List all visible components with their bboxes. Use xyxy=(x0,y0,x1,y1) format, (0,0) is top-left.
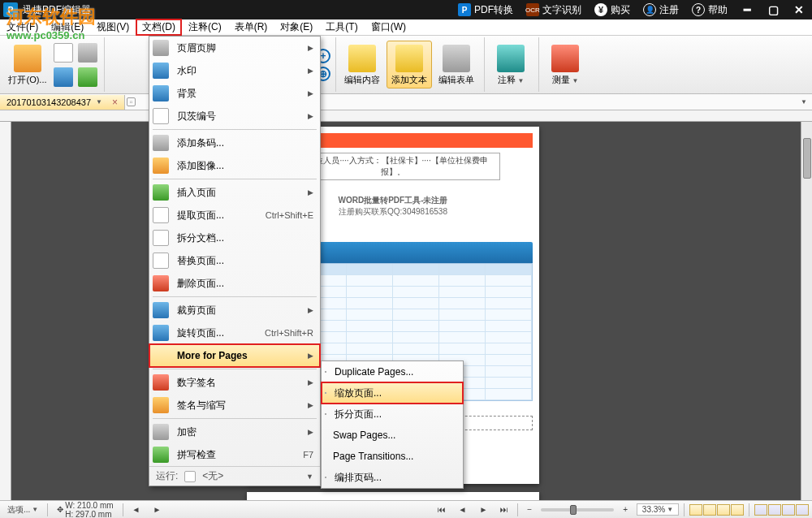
chevron-down-icon[interactable]: ▼ xyxy=(96,98,107,106)
add-text-button[interactable]: 添加文本 xyxy=(387,41,432,88)
menu-add-image[interactable]: 添加图像... xyxy=(149,154,320,177)
initials-icon xyxy=(153,397,169,413)
menu-delete-page[interactable]: 删除页面... xyxy=(149,272,320,295)
page-preview-2 xyxy=(247,492,539,500)
chevron-right-icon: ▶ xyxy=(308,428,313,436)
watermark-icon xyxy=(153,63,169,79)
next-page-button[interactable]: ► xyxy=(149,503,165,516)
view-facing-continuous-icon[interactable] xyxy=(731,504,744,516)
options-button[interactable]: 选项... ▼ xyxy=(3,503,42,517)
run-icon xyxy=(184,471,196,482)
menu-view[interactable]: 视图(V) xyxy=(90,19,136,36)
menu-insert-page[interactable]: 插入页面▶ xyxy=(149,181,320,204)
edit-content-button[interactable]: 编辑内容 xyxy=(339,41,385,88)
next-page-button-2[interactable]: ► xyxy=(475,503,491,516)
submenu-duplicate[interactable]: Duplicate Pages... xyxy=(322,361,463,382)
menu-run-row[interactable]: 运行: <无> ▼ xyxy=(149,466,320,486)
pdf-badge-icon: P xyxy=(458,3,471,16)
menu-encrypt[interactable]: 加密▶ xyxy=(149,421,320,443)
first-page-button[interactable]: ⏮ xyxy=(434,503,450,516)
chevron-right-icon: ▶ xyxy=(308,188,313,196)
minimize-button[interactable]: ━ xyxy=(734,0,760,19)
submenu-resize[interactable]: 缩放页面... xyxy=(322,382,463,404)
menu-split-doc[interactable]: 拆分文档... xyxy=(149,227,320,249)
prev-page-button[interactable]: ◄ xyxy=(128,503,145,516)
menu-object[interactable]: 对象(E) xyxy=(274,19,319,36)
menu-window[interactable]: 窗口(W) xyxy=(365,19,412,36)
rotate-icon xyxy=(153,325,169,341)
scrollbar-thumb[interactable] xyxy=(803,138,811,179)
chevron-right-icon: ▶ xyxy=(308,352,313,360)
menu-header-footer[interactable]: 页眉页脚▶ xyxy=(149,37,320,59)
folder-icon xyxy=(14,45,41,72)
print-button[interactable] xyxy=(76,41,99,64)
submenu-split[interactable]: 拆分页面... xyxy=(322,404,463,425)
maximize-button[interactable]: ▢ xyxy=(760,0,786,19)
zoom-value[interactable]: 33.3% ▼ xyxy=(637,503,679,516)
close-button[interactable]: ✕ xyxy=(786,0,812,19)
new-tab-button[interactable]: ▫ xyxy=(127,97,136,106)
layout-3-icon[interactable] xyxy=(782,504,795,516)
layout-2-icon[interactable] xyxy=(768,504,781,516)
menu-watermark[interactable]: 水印▶ xyxy=(149,59,320,82)
measure-button[interactable]: 测量 ▼ xyxy=(542,41,588,88)
email-button[interactable] xyxy=(76,66,99,88)
view-continuous-icon[interactable] xyxy=(703,504,716,516)
menu-crop-page[interactable]: 裁剪页面▶ xyxy=(149,299,320,322)
background-icon xyxy=(153,85,169,101)
menu-add-barcode[interactable]: 添加条码... xyxy=(149,132,320,154)
document-menu-dropdown: 页眉页脚▶ 水印▶ 背景▶ 贝茨编号▶ 添加条码... 添加图像... 插入页面… xyxy=(149,36,321,486)
menu-extract-page[interactable]: 提取页面...Ctrl+Shift+E xyxy=(149,204,320,227)
view-facing-icon[interactable] xyxy=(717,504,730,516)
tabs-menu-button[interactable]: ▼ xyxy=(801,98,812,106)
submenu-transitions[interactable]: Page Transitions... xyxy=(322,446,463,467)
menu-tool[interactable]: 工具(T) xyxy=(319,19,364,36)
layout-4-icon[interactable] xyxy=(796,504,809,516)
prev-page-button-2[interactable]: ◄ xyxy=(455,503,471,516)
buy-button[interactable]: ¥购买 xyxy=(588,0,637,19)
pdf-convert-label: PDF转换 xyxy=(474,3,513,17)
zoom-in-status[interactable]: + xyxy=(619,503,632,516)
new-doc-button[interactable] xyxy=(52,41,75,64)
layout-mode-buttons xyxy=(754,504,809,516)
menu-document[interactable]: 文档(D) xyxy=(136,19,182,36)
menu-form[interactable]: 表单(R) xyxy=(228,19,274,36)
menu-replace-page[interactable]: 替换页面... xyxy=(149,249,320,272)
pdf-convert-button[interactable]: PPDF转换 xyxy=(451,0,520,19)
menu-file[interactable]: 文件(F) xyxy=(0,19,45,36)
tab-document-1[interactable]: 20170103143208437 ▼ × xyxy=(0,95,125,110)
register-button[interactable]: 👤注册 xyxy=(637,0,685,19)
ocr-button[interactable]: OCR文字识别 xyxy=(520,0,588,19)
last-page-button[interactable]: ⏭ xyxy=(496,503,512,516)
menu-rotate-page[interactable]: 旋转页面...Ctrl+Shift+R xyxy=(149,322,320,344)
zoom-slider[interactable] xyxy=(541,508,614,512)
layout-1-icon[interactable] xyxy=(754,504,767,516)
split-doc-icon xyxy=(153,230,169,246)
save-button[interactable] xyxy=(52,66,75,88)
menu-comment[interactable]: 注释(C) xyxy=(182,19,228,36)
help-button[interactable]: ?帮助 xyxy=(685,0,734,19)
submenu-swap[interactable]: Swap Pages... xyxy=(322,425,463,446)
menu-spell-check[interactable]: 拼写检查F7 xyxy=(149,443,320,466)
menu-bates[interactable]: 贝茨编号▶ xyxy=(149,105,320,127)
ruler-vertical xyxy=(0,122,11,500)
zoom-slider-knob[interactable] xyxy=(570,505,577,515)
edit-form-button[interactable]: 编辑表单 xyxy=(434,41,479,88)
menu-more-for-pages[interactable]: More for Pages▶ xyxy=(149,344,320,367)
spellcheck-icon xyxy=(153,447,169,463)
menu-digital-sign[interactable]: 数字签名▶ xyxy=(149,371,320,394)
vertical-scrollbar[interactable] xyxy=(801,122,812,500)
add-text-label: 添加文本 xyxy=(391,74,427,86)
zoom-out-status[interactable]: − xyxy=(523,503,536,516)
submenu-renumber[interactable]: 编排页码... xyxy=(322,467,463,488)
menu-edit[interactable]: 编辑(E) xyxy=(45,19,90,36)
view-single-icon[interactable] xyxy=(689,504,702,516)
chevron-right-icon: ▶ xyxy=(308,89,313,97)
menu-sign-initial[interactable]: 签名与缩写▶ xyxy=(149,394,320,417)
annotate-button[interactable]: 注释 ▼ xyxy=(488,41,533,88)
open-button[interactable]: 打开(O)... xyxy=(5,41,50,88)
menu-background[interactable]: 背景▶ xyxy=(149,82,320,105)
tab-close-button[interactable]: × xyxy=(112,97,118,108)
chevron-right-icon: ▶ xyxy=(308,44,313,52)
resize-icon xyxy=(325,392,326,394)
